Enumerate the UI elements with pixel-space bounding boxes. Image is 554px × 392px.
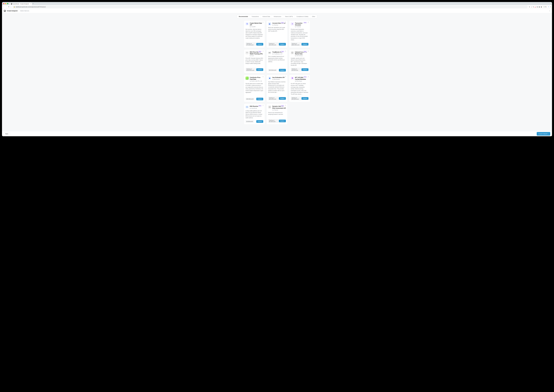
addon-description: Preview exact transaction outcomes, avoi… (291, 28, 308, 41)
addon-icon: KEY (268, 51, 271, 54)
browser-toolbar: ← → ⟳ ⌂ 🔒 dashboard.quicknode.com/endpoi… (2, 5, 552, 9)
beta-badge: Beta (258, 105, 262, 106)
addon-price: Starting at $79.00/month (246, 42, 256, 46)
ext-eye-icon[interactable]: ◉ (537, 6, 538, 8)
addon-title: CoinGecko Price Feed Data (250, 77, 263, 80)
addon-publisher: by Syve (250, 55, 263, 56)
beta-badge: Beta (258, 51, 262, 52)
explore-button[interactable]: Explore (301, 97, 308, 100)
addon-icon: ◐ (268, 22, 271, 25)
minimize-window-icon[interactable] (5, 3, 6, 4)
explore-button[interactable]: Explore (301, 68, 308, 71)
expand-window-icon[interactable]: ⌄ (550, 3, 551, 4)
addon-publisher: by DeCommas (295, 55, 308, 56)
addon-publisher: by QuickNode (250, 107, 258, 109)
create-endpoint-button[interactable]: Create Endpoint (537, 132, 550, 136)
download-icon[interactable]: ⤓ (531, 6, 532, 8)
url-text: dashboard.quicknode.com/endpoints/new/ET… (16, 6, 46, 7)
category-tabs: RecommendedTransactionsIndexed DataInfra… (237, 15, 317, 18)
addon-card: ⋮Beta◐Account Abstractionby StackupSend … (266, 21, 288, 48)
category-tab[interactable]: Recommended (237, 15, 250, 18)
explore-button[interactable]: Explore (301, 43, 308, 46)
addon-publisher: by Gecko Labs Pte. Ltd. (250, 80, 263, 82)
category-tab[interactable]: Other (310, 15, 317, 18)
ext-panel-icon[interactable]: ▣ (539, 6, 540, 8)
vpn-badge[interactable]: VPN (543, 6, 547, 8)
card-more-icon[interactable]: ⋮ (262, 50, 264, 52)
tab-title: QuickNode - Create Endpoint (13, 3, 29, 5)
addon-price: Starting at $50.00/month (268, 97, 279, 100)
browser-tab[interactable]: QuickNode - Create Endpoint × (10, 3, 32, 5)
card-more-icon[interactable]: ⋮ (285, 21, 286, 23)
card-more-icon[interactable]: ⋮ (285, 105, 286, 106)
close-window-icon[interactable] (3, 3, 4, 4)
addon-description: Send user operations and create smart ac… (268, 27, 286, 41)
addon-publisher: by Blocknative (272, 79, 284, 80)
ext-grid-icon[interactable]: ▦ (541, 6, 542, 8)
ext-shield-icon[interactable]: ◭ (535, 6, 536, 8)
addon-publisher: by Tenderly (295, 26, 308, 27)
addon-card: ⋮Beta✺NFT API With Cached Metadataby Blo… (289, 75, 310, 102)
addon-card: ⋮Beta〰DEX Price Data & Wallet Tracking A… (244, 49, 265, 73)
nav-home-icon[interactable]: ⌂ (11, 6, 11, 8)
card-more-icon[interactable]: ⋮ (262, 105, 264, 106)
nav-back-icon[interactable]: ← (3, 6, 5, 8)
addon-description: Price API: Granular historical DEX price… (246, 57, 263, 66)
addon-card: ⋮BetaKEYTrueBlocks Keyby TrueBlocks, LLC… (266, 49, 288, 73)
beta-badge: Beta (303, 22, 307, 23)
card-more-icon[interactable]: ⋮ (307, 76, 309, 77)
addon-price: $4.99/month (246, 120, 254, 123)
url-bar[interactable]: 🔒 dashboard.quicknode.com/endpoints/new/… (13, 6, 528, 8)
addon-card: ⋮Beta⎔Indexed Account & Market Databy De… (289, 49, 310, 73)
category-tab[interactable]: Token & NFTs (283, 15, 295, 18)
close-panel-icon[interactable]: × (549, 10, 550, 12)
card-more-icon[interactable]: ⋮ (307, 21, 309, 23)
addon-icon: ENS (246, 105, 249, 109)
zoom-out-icon[interactable]: ⊖ (529, 6, 530, 8)
card-more-icon[interactable]: ⋮ (307, 50, 309, 52)
addon-card: ⋮⧉Crypto Market Data APIby CoinAPIGet re… (244, 21, 265, 48)
addon-card: ⋮BetaENSENS Resolverby QuickNodeLookup w… (244, 104, 265, 125)
category-tab[interactable]: Indexed Data (261, 15, 272, 18)
ext-globe-icon[interactable]: ✦ (548, 6, 549, 8)
addon-price: Starting at $100.00/month (246, 68, 256, 71)
addon-description: Our NFT API gives you direct access to N… (291, 83, 308, 95)
close-tab-icon[interactable]: × (30, 3, 31, 5)
category-tab[interactable]: Compliance & Safety (295, 15, 310, 18)
maximize-window-icon[interactable] (7, 3, 8, 4)
explore-button[interactable]: Explore (256, 68, 263, 71)
addon-icon: ⬡ (268, 105, 271, 109)
window-controls[interactable] (3, 3, 8, 4)
card-more-icon[interactable]: ⋮ (285, 76, 286, 77)
explore-button[interactable]: Explore (279, 97, 286, 100)
beta-badge: Beta (281, 51, 284, 52)
menu-icon[interactable]: ≡ (550, 6, 551, 8)
addon-description: Secure your transactions by analyzing th… (268, 112, 286, 118)
explore-button[interactable]: Explore (256, 43, 263, 46)
explore-button[interactable]: Explore (279, 43, 286, 46)
addon-card: ⋮Beta✦Transaction Simulatorby TenderlyPr… (289, 21, 310, 48)
addon-price: Starting at $9.99/month (291, 68, 301, 71)
addon-description: Get real-time, ultra-low latency data fr… (246, 28, 263, 41)
addon-title: Gas Estimation API (272, 77, 284, 78)
nav-reload-icon[interactable]: ⟳ (8, 6, 9, 8)
addon-publisher: by CoinAPI (250, 26, 263, 27)
new-tab-button[interactable]: + (33, 3, 34, 4)
back-button[interactable]: Back (4, 132, 10, 135)
explore-button[interactable]: Explore (279, 69, 286, 71)
explore-button[interactable]: Explore (256, 120, 263, 123)
beta-badge: Beta (303, 51, 307, 52)
card-more-icon[interactable]: ⋮ (262, 21, 264, 23)
nav-forward-icon: → (6, 6, 7, 8)
category-tab[interactable]: Transactions (250, 15, 261, 18)
card-more-icon[interactable]: ⋮ (285, 50, 286, 52)
addon-price: Starting at $800.00/month (291, 42, 301, 46)
breadcrumb-separator-icon: › (19, 10, 19, 12)
addon-icon: ✦ (291, 22, 294, 25)
ext-puzzle-icon[interactable]: ⧉ (533, 6, 534, 8)
card-more-icon[interactable]: ⋮ (262, 76, 264, 77)
category-tab[interactable]: Infrastructure (272, 15, 283, 18)
explore-button[interactable]: Explore (256, 98, 263, 100)
explore-button[interactable]: Explore (279, 120, 286, 122)
addon-description: Gas Platform harnesses real-time global … (268, 81, 286, 95)
